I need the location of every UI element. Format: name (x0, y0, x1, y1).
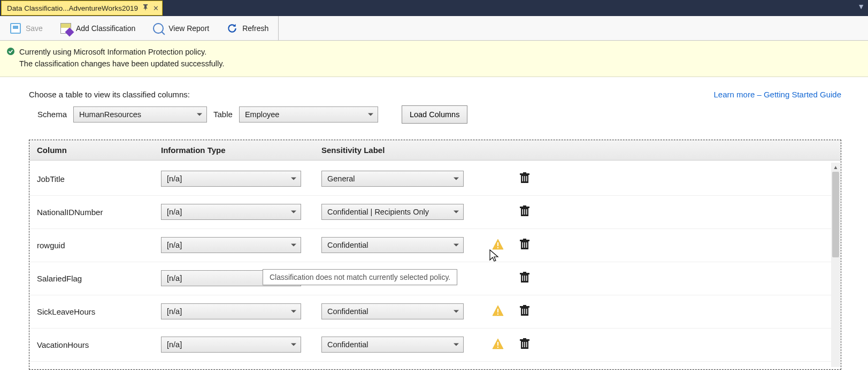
pin-icon[interactable] (142, 4, 149, 12)
table-row: SickLeaveHours[n/a]Confidential (29, 295, 831, 329)
table-row: rowguid[n/a]Confidential (29, 229, 831, 262)
sensitivity-cell: Confidential | Recipients Only (321, 204, 482, 220)
header-info-type: Information Type (161, 146, 321, 155)
column-name: SickLeaveHours (37, 307, 161, 316)
schema-label: Schema (37, 110, 67, 119)
info-type-cell: [n/a] (161, 171, 321, 187)
grid-icon (60, 22, 72, 34)
delete-cell (514, 205, 535, 219)
svg-rect-34 (526, 309, 527, 314)
svg-rect-26 (526, 276, 527, 281)
info-type-combo[interactable]: [n/a] (161, 337, 301, 353)
status-bar: Currently using Microsoft Information Pr… (0, 41, 868, 77)
svg-rect-31 (523, 305, 526, 307)
refresh-button[interactable]: Refresh (221, 16, 279, 41)
schema-combo[interactable]: HumanResources (73, 106, 207, 123)
sensitivity-combo[interactable]: Confidential | Recipients Only (321, 204, 464, 220)
trash-icon[interactable] (519, 338, 530, 352)
info-type-cell: [n/a] (161, 204, 321, 220)
warning-cell (482, 238, 514, 253)
warning-cell (482, 338, 514, 352)
svg-rect-40 (523, 342, 524, 347)
svg-rect-6 (526, 176, 527, 181)
info-type-combo[interactable]: [n/a] (161, 237, 301, 253)
svg-rect-33 (524, 309, 525, 314)
refresh-icon (226, 22, 238, 34)
column-name: rowguid (37, 241, 161, 250)
toolbar: Save Add Classification View Report Refr… (0, 16, 868, 41)
table-row: JobTitle[n/a]General (29, 163, 831, 196)
svg-rect-18 (523, 242, 524, 248)
sensitivity-combo[interactable]: General (321, 171, 464, 187)
selector-row: Schema HumanResources Table Employee Loa… (29, 105, 841, 124)
content: Choose a table to view its classified co… (0, 77, 868, 370)
warning-icon[interactable] (491, 238, 504, 253)
warning-icon[interactable] (491, 304, 504, 319)
save-icon (10, 22, 21, 34)
svg-rect-13 (497, 242, 498, 246)
instruction-text: Choose a table to view its classified co… (29, 90, 190, 99)
delete-cell (514, 239, 535, 252)
sensitivity-cell: Confidential (321, 337, 482, 353)
svg-rect-10 (523, 209, 524, 215)
svg-rect-12 (526, 209, 527, 215)
svg-rect-19 (524, 242, 525, 248)
status-text: Currently using Microsoft Information Pr… (19, 46, 224, 70)
title-bar: Data Classificatio...AdventureWorks2019 … (0, 0, 868, 16)
trash-icon[interactable] (519, 305, 530, 318)
table-header: Column Information Type Sensitivity Labe… (29, 140, 841, 161)
scroll-thumb[interactable] (832, 172, 839, 257)
learn-more-link[interactable]: Learn more – Getting Started Guide (714, 90, 841, 99)
column-name: JobTitle (37, 174, 161, 184)
sensitivity-cell: Confidential (321, 303, 482, 319)
sensitivity-cell: General (321, 171, 482, 187)
svg-rect-17 (523, 239, 526, 240)
table-label: Table (213, 110, 233, 119)
svg-rect-28 (497, 314, 498, 315)
scroll-up-icon[interactable]: ▲ (831, 163, 840, 172)
magnifier-icon (152, 22, 164, 34)
svg-rect-23 (523, 272, 526, 273)
table-row: VacationHours[n/a]Confidential (29, 329, 831, 362)
trash-icon[interactable] (519, 239, 530, 252)
header-column: Column (37, 146, 161, 155)
svg-rect-42 (526, 342, 527, 347)
info-type-combo[interactable]: [n/a] (161, 303, 301, 319)
info-type-cell: [n/a] (161, 303, 321, 319)
svg-rect-11 (524, 209, 525, 215)
sensitivity-combo[interactable]: Confidential (321, 337, 464, 353)
column-name: NationalIDNumber (37, 208, 161, 217)
close-icon[interactable]: ✕ (153, 4, 159, 12)
classification-table: Column Information Type Sensitivity Labe… (29, 140, 841, 370)
svg-rect-24 (523, 276, 524, 281)
trash-icon[interactable] (519, 205, 530, 219)
check-icon (6, 47, 15, 57)
sensitivity-combo[interactable]: Confidential (321, 237, 464, 253)
scrollbar[interactable]: ▲ (831, 163, 840, 367)
document-tab[interactable]: Data Classificatio...AdventureWorks2019 … (1, 1, 163, 16)
warning-icon[interactable] (491, 338, 504, 352)
trash-icon[interactable] (519, 172, 530, 186)
trash-icon[interactable] (519, 272, 530, 285)
table-combo[interactable]: Employee (239, 106, 378, 123)
svg-rect-35 (497, 342, 498, 346)
svg-rect-27 (497, 309, 498, 312)
info-type-cell: [n/a] (161, 237, 321, 253)
svg-rect-36 (497, 347, 498, 348)
delete-cell (514, 305, 535, 318)
dropdown-icon[interactable]: ▼ (857, 2, 865, 11)
info-type-combo[interactable]: [n/a] (161, 204, 301, 220)
svg-rect-20 (526, 242, 527, 248)
delete-cell (514, 172, 535, 186)
tab-title: Data Classificatio...AdventureWorks2019 (7, 4, 138, 12)
svg-rect-41 (524, 342, 525, 347)
view-report-button[interactable]: View Report (147, 16, 214, 41)
load-columns-button[interactable]: Load Columns (402, 105, 468, 124)
sensitivity-combo[interactable]: Confidential (321, 303, 464, 319)
svg-rect-39 (523, 338, 526, 340)
info-type-combo[interactable]: [n/a] (161, 171, 301, 187)
delete-cell (514, 272, 535, 285)
svg-rect-4 (523, 176, 524, 181)
add-classification-button[interactable]: Add Classification (55, 16, 141, 41)
svg-point-0 (7, 48, 14, 55)
